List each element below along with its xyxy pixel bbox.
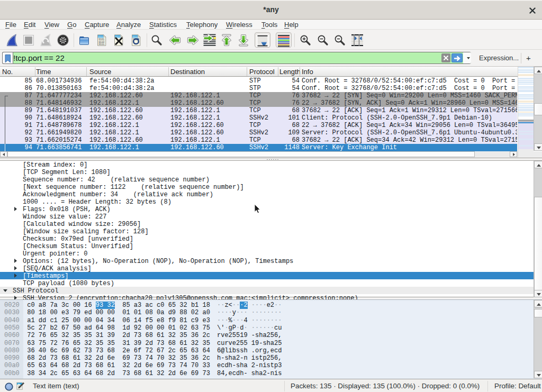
svg-text:0111: 0111 (98, 43, 104, 45)
